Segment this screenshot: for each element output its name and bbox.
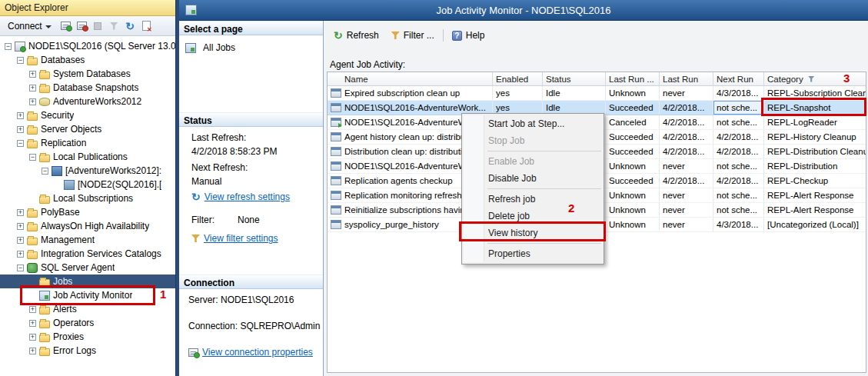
disconnect-server-button[interactable] [75,19,88,32]
tree-item-alwayson-high-availability[interactable]: +AlwaysOn High Availability [0,219,175,233]
tree-item-local-publications[interactable]: −Local Publications [0,150,175,164]
collapse-icon[interactable]: − [5,43,12,50]
column-header-last-run[interactable]: Last Run ... [606,72,660,85]
tree-item-local-subscriptions[interactable]: Local Subscriptions [0,191,175,205]
menu-item-refresh-job[interactable]: Refresh job [462,191,604,208]
all-jobs-icon [185,43,196,53]
cell-category: REPL-Distribution [764,159,866,173]
folder-icon [39,348,50,356]
tree-item-adventureworks2012[interactable]: −[AdventureWorks2012]: [0,164,175,178]
view-connection-properties-link[interactable]: View connection properties [202,347,313,358]
column-header-status[interactable]: Status [543,72,606,85]
error-logs-button[interactable] [140,19,153,32]
refresh-green-icon: ↻ [334,30,343,41]
tree-item-management[interactable]: +Management [0,233,175,247]
collapse-icon[interactable]: − [17,57,24,64]
tree-item-security[interactable]: +Security [0,108,175,122]
menu-item-stop-job[interactable]: Stop Job [462,132,604,149]
expand-icon[interactable]: + [17,112,24,119]
tree-item-integration-services-catalogs[interactable]: +Integration Services Catalogs [0,247,175,261]
status-section-header: Status [179,112,323,127]
expand-icon[interactable]: + [17,251,24,258]
collapse-icon[interactable]: − [42,168,48,175]
column-header-label: Next Run [717,75,753,84]
menu-item-start-job-at-step[interactable]: Start Job at Step... [462,115,604,132]
expand-icon[interactable]: + [17,223,24,230]
folder-icon [27,251,38,259]
expand-icon[interactable]: + [17,209,24,216]
menu-item-disable-job[interactable]: Disable Job [462,170,604,187]
expand-icon[interactable]: + [17,126,24,133]
expand-icon[interactable]: + [29,334,36,341]
expand-icon[interactable]: + [29,306,36,313]
job-icon [331,88,341,98]
expand-icon[interactable]: + [17,237,24,244]
job-name-label: Agent history clean up: distributi [344,132,470,141]
job-icon [331,205,341,215]
tree-item-server-objects[interactable]: +Server Objects [0,122,175,136]
tree-item-node2-sql2016[interactable]: [NODE2(SQL2016].[ [0,178,175,191]
tree-item-polybase[interactable]: +PolyBase [0,205,175,219]
view-filter-settings-link[interactable]: View filter settings [204,233,278,244]
tree-item-system-databases[interactable]: +System Databases [0,67,175,81]
cell-last-run: 4/2/2018... [660,101,713,115]
server-line: Server: NODE1\SQL2016 [188,294,294,305]
column-header-label: Name [344,75,368,84]
expand-icon[interactable]: + [29,98,36,105]
expand-icon[interactable]: + [29,320,36,327]
cell-enabled: yes [493,86,543,100]
tree-item-label: [AdventureWorks2012]: [65,165,161,176]
annotation-box-2 [459,221,606,241]
last-refresh-label: Last Refresh: [191,132,246,143]
tree-item-sql-server-agent[interactable]: −SQL Server Agent [0,261,175,275]
page-item-all-jobs[interactable]: All Jobs [185,42,235,53]
cell-next-run: 4/3/2018... [713,218,764,231]
tree-item-operators[interactable]: +Operators [0,316,175,330]
expand-icon[interactable]: + [29,348,36,354]
tree-item-replication[interactable]: −Replication [0,136,175,150]
tree-item-database-snapshots[interactable]: +Database Snapshots [0,81,175,95]
tree-item-label: SQL Server Agent [41,262,115,273]
help-button-label: Help [466,30,485,41]
menu-item-properties[interactable]: Properties [462,245,604,262]
help-button[interactable]: ? Help [447,28,491,42]
column-header-next-run[interactable]: Next Run [713,72,764,85]
expand-icon[interactable]: + [29,85,36,92]
folder-icon [39,72,50,79]
tree-item-adventureworks2012[interactable]: +AdventureWorks2012 [0,95,175,108]
collapse-icon[interactable]: − [29,154,36,161]
column-header-enabled[interactable]: Enabled [493,72,543,85]
job-icon [331,176,341,185]
database-icon [39,98,50,106]
tree-item-node1-sql2016-sql-server-13-0[interactable]: −NODE1\SQL2016 (SQL Server 13.0. [0,39,175,53]
cell-last-run: never [660,218,713,231]
menu-item-enable-job[interactable]: Enable Job [462,153,604,170]
refresh-button[interactable]: ↻ [124,19,137,32]
tree-item-error-logs[interactable]: +Error Logs [0,344,175,358]
job-name-label: NODE1\SQL2016-AdventureWork... [344,103,486,112]
folder-icon [39,307,50,314]
tree-item-proxies[interactable]: +Proxies [0,330,175,344]
connect-server-button[interactable] [59,19,72,32]
refresh-jobs-button[interactable]: ↻ Refresh [328,28,384,42]
server-icon [15,42,25,52]
filter-funnel-toolbar-icon [391,32,400,39]
cell-next-run: not sche... [713,101,764,115]
view-refresh-settings-link[interactable]: View refresh settings [205,191,290,202]
connect-button[interactable]: Connect [3,18,56,34]
grid-header-row: NameEnabledStatusLast Run ...Last RunNex… [328,72,866,86]
filter-jobs-button[interactable]: Filter ... [386,28,440,42]
job-name-label: Reinitialize subscriptions having [344,205,470,215]
column-header-category[interactable]: Category [764,72,866,85]
expand-icon[interactable]: + [29,71,36,78]
cell-category: REPL-Distribution Cleanup [764,145,866,158]
column-header-last-run[interactable]: Last Run [660,72,713,85]
tree-item-label: Error Logs [53,345,96,356]
collapse-icon[interactable]: − [17,265,24,271]
collapse-icon[interactable]: − [17,140,24,147]
filter-button[interactable] [108,19,121,32]
stop-button[interactable] [91,19,105,32]
tree-item-databases[interactable]: −Databases [0,53,175,67]
cell-last-run-outcome: Unknown [606,159,660,173]
column-header-name[interactable]: Name [328,72,493,85]
